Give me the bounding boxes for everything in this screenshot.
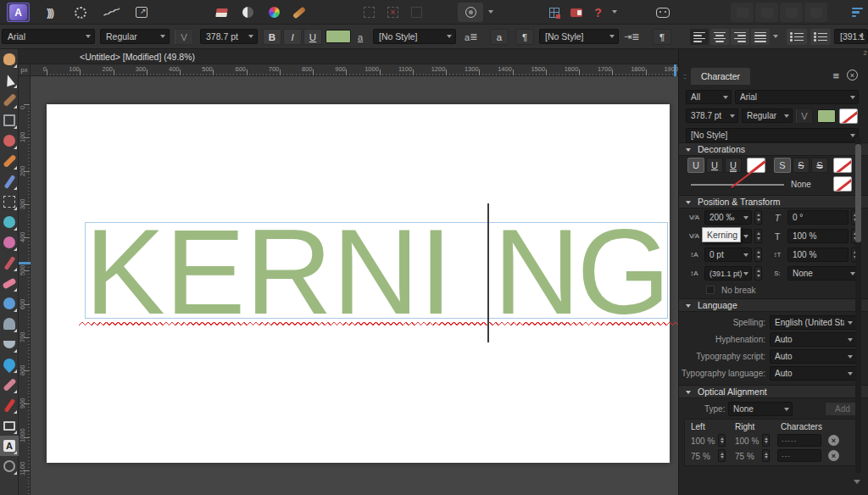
panel-close-icon[interactable]: ×: [847, 70, 858, 81]
kerning-text[interactable]: KERNING: [85, 212, 667, 332]
language-row-select[interactable]: Auto: [770, 349, 856, 364]
invert-selection-button[interactable]: [405, 3, 428, 22]
dim-tool-button-2[interactable]: [755, 3, 778, 22]
assistant-options-button[interactable]: ?: [587, 3, 609, 22]
baseline-select[interactable]: 0 pt: [704, 248, 752, 262]
view-hand-tool[interactable]: [0, 49, 19, 70]
artistic-text-tool[interactable]: A: [0, 436, 19, 456]
rectangle-tool[interactable]: [0, 415, 19, 436]
auto-white-balance-button[interactable]: [287, 3, 310, 22]
undo-brush-tool[interactable]: [0, 334, 19, 354]
ruler-unit-corner[interactable]: px: [19, 64, 31, 76]
pilcrow-toggle-button[interactable]: ¶: [653, 29, 671, 45]
underline-button[interactable]: U: [303, 29, 322, 45]
assistant-button[interactable]: [651, 3, 674, 22]
bold-button[interactable]: B: [263, 29, 281, 45]
font-size-select[interactable]: 378.7 pt: [200, 29, 258, 44]
right-percent[interactable]: 75 %: [735, 452, 754, 461]
leading-stepper[interactable]: [754, 266, 762, 281]
tone-mapping-persona-button[interactable]: ~~~: [99, 3, 122, 22]
kerning-button[interactable]: V: [175, 29, 193, 45]
underline-single-button[interactable]: U: [706, 158, 723, 173]
optical-type-select[interactable]: None: [728, 402, 793, 416]
dodge-brush-tool[interactable]: [0, 232, 19, 253]
deselect-button[interactable]: ×: [381, 3, 404, 22]
bullet-list-button[interactable]: [787, 29, 807, 45]
underline-double-button[interactable]: U: [725, 158, 742, 173]
kerning-stepper[interactable]: [754, 229, 762, 243]
dim-tool-button-1[interactable]: [731, 3, 754, 22]
leading-select[interactable]: (391.1 pt): [704, 266, 752, 281]
align-right-button[interactable]: [731, 29, 749, 45]
blur-tool[interactable]: [0, 354, 19, 375]
clone-stamp-tool[interactable]: [0, 314, 19, 334]
clipping-button[interactable]: [565, 3, 587, 22]
character-style-select[interactable]: [No Style]: [373, 29, 456, 44]
smudge-tool[interactable]: [0, 375, 19, 395]
shear-input[interactable]: 0 °: [787, 210, 849, 225]
paragraph-leading-select[interactable]: [391.1 pt]: [834, 29, 868, 44]
align-left-button[interactable]: [690, 29, 709, 45]
right-stepper[interactable]: [762, 434, 770, 447]
characters-field[interactable]: -----: [777, 434, 821, 447]
strike-single-button[interactable]: S: [793, 158, 810, 173]
align-center-button[interactable]: [710, 29, 729, 45]
right-percent[interactable]: 100 %: [735, 437, 759, 446]
inpainting-brush-tool[interactable]: [0, 151, 19, 171]
text-colour-swatch[interactable]: [326, 30, 351, 43]
show-characters-button[interactable]: a: [490, 29, 509, 45]
font-collection-select[interactable]: All: [686, 90, 732, 104]
alignment-dropdown-caret[interactable]: [773, 35, 778, 38]
panel-grip[interactable]: ::: [683, 72, 686, 81]
stroke-style-label[interactable]: None: [791, 180, 811, 189]
panel-font-style-select[interactable]: Regular: [742, 108, 793, 123]
delete-row-button[interactable]: ×: [828, 450, 839, 461]
sponge-brush-tool[interactable]: [0, 273, 19, 293]
snapping-button[interactable]: [542, 3, 565, 22]
indent-icon[interactable]: ⇥≣: [624, 29, 639, 45]
left-percent[interactable]: 75 %: [691, 452, 710, 461]
red-eye-removal-tool[interactable]: [0, 131, 19, 151]
auto-colour-button[interactable]: [263, 3, 286, 22]
show-paragraph-button[interactable]: ¶: [515, 29, 534, 45]
underline-colour-swatch[interactable]: [747, 158, 765, 173]
left-stepper[interactable]: [718, 449, 726, 462]
italic-button[interactable]: I: [283, 29, 302, 45]
flood-select-tool[interactable]: [0, 212, 19, 232]
marquee-select-tool[interactable]: [0, 192, 19, 212]
panel-font-family-select[interactable]: Arial: [735, 90, 859, 104]
left-stepper[interactable]: [718, 434, 726, 447]
auto-levels-button[interactable]: [210, 3, 233, 22]
position-transform-section-header[interactable]: Position & Transform: [679, 195, 868, 209]
language-row-select[interactable]: Auto: [770, 366, 856, 381]
language-row-select[interactable]: English (United Stat: [770, 315, 856, 330]
zoom-tool[interactable]: [0, 456, 19, 476]
horizontal-scale-input[interactable]: 100 %: [787, 229, 849, 243]
language-section-header[interactable]: Language: [679, 298, 868, 312]
strike-none-button[interactable]: S: [774, 158, 791, 173]
mask-dropdown-caret[interactable]: [488, 10, 493, 14]
panel-menu-icon[interactable]: ≡: [832, 70, 839, 82]
baseline-stepper[interactable]: [754, 248, 762, 262]
text-styles-panel-icon[interactable]: a≣: [465, 29, 477, 45]
crop-tool[interactable]: [0, 110, 19, 131]
panel-kerning-button[interactable]: V: [796, 108, 813, 124]
canvas-viewport[interactable]: KERNING: [31, 76, 678, 495]
numbered-list-button[interactable]: [810, 29, 831, 45]
character-panel-tab[interactable]: Character: [691, 68, 750, 85]
photo-persona-button[interactable]: A: [7, 3, 30, 22]
arrange-button[interactable]: [846, 3, 868, 22]
characters-field[interactable]: ---: [777, 449, 821, 462]
language-row-select[interactable]: Auto: [770, 332, 856, 347]
document-tab[interactable]: <Untitled> [Modified] (49.8%): [80, 52, 195, 62]
blur-brush-tool[interactable]: [0, 293, 19, 314]
strike-colour-swatch[interactable]: [833, 158, 852, 173]
stroke-width-slider[interactable]: [691, 184, 784, 186]
underline-none-button[interactable]: U: [687, 158, 704, 173]
decorations-section-header[interactable]: Decorations: [679, 142, 868, 156]
quick-mask-button[interactable]: [458, 3, 483, 22]
pen-tool[interactable]: [0, 395, 19, 415]
typography-position-select[interactable]: None: [787, 266, 859, 281]
export-persona-button[interactable]: ↗: [130, 3, 153, 22]
liquify-persona-button[interactable]: ))): [38, 3, 61, 22]
